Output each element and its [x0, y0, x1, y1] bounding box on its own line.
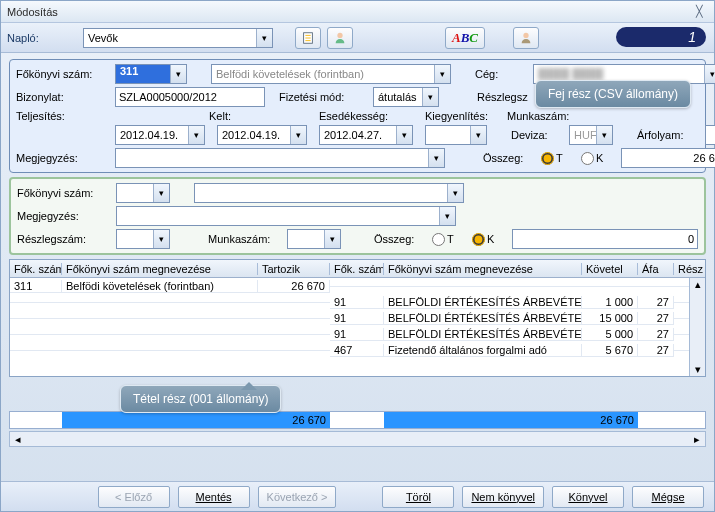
osszeg-input[interactable]: [621, 148, 715, 168]
col-tartozik[interactable]: Tartozik: [258, 263, 330, 275]
osszeg-label: Összeg:: [483, 152, 537, 164]
cancel-button[interactable]: Mégse: [632, 486, 704, 508]
chevron-down-icon[interactable]: ▾: [170, 65, 186, 83]
chevron-down-icon[interactable]: ▾: [596, 126, 612, 144]
item-reszleg-label: Részlegszám:: [17, 233, 112, 245]
col-kovetel[interactable]: Követel: [582, 263, 638, 275]
reszleg-label: Részlegsz: [477, 91, 533, 103]
table-row[interactable]: 91BELFÖLDI ÉRTÉKESÍTÉS ÁRBEVÉTELE5 00027: [10, 326, 705, 342]
chevron-down-icon[interactable]: ▾: [256, 29, 272, 47]
megjegyzes-combo[interactable]: ▾: [115, 148, 445, 168]
megjegyzes-label: Megjegyzés:: [16, 152, 111, 164]
item-radio-t[interactable]: T: [432, 233, 468, 246]
nobook-button[interactable]: Nem könyvel: [462, 486, 544, 508]
chevron-down-icon[interactable]: ▾: [434, 65, 450, 83]
chevron-down-icon[interactable]: ▾: [396, 126, 412, 144]
scroll-right-icon: ▸: [689, 433, 705, 446]
naplo-label: Napló:: [7, 32, 77, 44]
munkaszam-label: Munkaszám:: [507, 110, 577, 122]
naplo-combo[interactable]: Vevők ▾: [83, 28, 273, 48]
tool-doc-icon[interactable]: [295, 27, 321, 49]
table-row[interactable]: 91BELFÖLDI ÉRTÉKESÍTÉS ÁRBEVÉTELE15 0002…: [10, 310, 705, 326]
hscrollbar[interactable]: ◂ ▸: [9, 431, 706, 447]
tool-person-icon[interactable]: [327, 27, 353, 49]
table-row[interactable]: 91BELFÖLDI ÉRTÉKESÍTÉS ÁRBEVÉTELE1 00027: [10, 294, 705, 310]
callout-items: Tétel rész (001 állomány): [120, 385, 281, 413]
fokonyvi-combo[interactable]: 311▾: [115, 64, 187, 84]
bizonylat-input[interactable]: [115, 87, 265, 107]
svg-point-4: [337, 32, 342, 37]
deviza-combo[interactable]: HUF▾: [569, 125, 613, 145]
chevron-down-icon[interactable]: ▾: [324, 230, 340, 248]
esed-label: Esedékesség:: [319, 110, 413, 122]
scroll-left-icon: ◂: [10, 433, 26, 446]
item-megj-label: Megjegyzés:: [17, 210, 112, 222]
col-fokszam2[interactable]: Fők. szám: [330, 263, 384, 275]
table-row[interactable]: 311Belfödi követelések (forintban)26 670: [10, 278, 705, 294]
chevron-down-icon[interactable]: ▾: [153, 184, 169, 202]
fokonyvi-desc-combo[interactable]: Belfödi követelések (forintban)▾: [211, 64, 451, 84]
window: Módosítás ╳ Napló: Vevők ▾ ABC 1 Főkönyv…: [0, 0, 715, 512]
scroll-down-icon: ▾: [695, 363, 701, 376]
close-icon[interactable]: ╳: [690, 4, 708, 20]
totals-bar: 26 670 26 670: [9, 411, 706, 429]
table-row[interactable]: 467Fizetendő általános forgalmi adó5 670…: [10, 342, 705, 358]
col-resz[interactable]: Rész: [674, 263, 706, 275]
chevron-down-icon[interactable]: ▾: [447, 184, 463, 202]
col-fokszam[interactable]: Fők. szám: [10, 263, 62, 275]
table-header: Fők. szám Főkönyvi szám megnevezése Tart…: [10, 260, 705, 278]
chevron-down-icon[interactable]: ▾: [428, 149, 444, 167]
radio-t[interactable]: T: [541, 152, 577, 165]
item-reszleg-combo[interactable]: ▾: [116, 229, 170, 249]
vscrollbar[interactable]: ▴▾: [689, 278, 705, 376]
toolbar: Napló: Vevők ▾ ABC 1: [1, 23, 714, 53]
footer-buttons: < Előző Mentés Következő > Töröl Nem kön…: [1, 481, 714, 511]
kieg-date[interactable]: ▾: [425, 125, 487, 145]
teljesites-label: Teljesítés:: [16, 110, 111, 122]
chevron-down-icon[interactable]: ▾: [439, 207, 455, 225]
chevron-down-icon[interactable]: ▾: [153, 230, 169, 248]
arfolyam-input[interactable]: [705, 125, 715, 145]
total-kovetel: 26 670: [582, 412, 638, 428]
book-button[interactable]: Könyvel: [552, 486, 624, 508]
teljesites-date[interactable]: 2012.04.19.▾: [115, 125, 205, 145]
item-panel: Főkönyvi szám: ▾ ▾ Megjegyzés: ▾ Részleg…: [9, 177, 706, 255]
chevron-down-icon[interactable]: ▾: [188, 126, 204, 144]
total-tartozik: 26 670: [258, 412, 330, 428]
header-panel: Főkönyvi szám: 311▾ Belfödi követelések …: [9, 59, 706, 173]
save-button[interactable]: Mentés: [178, 486, 250, 508]
kieg-label: Kiegyenlítés:: [425, 110, 489, 122]
fizmod-combo[interactable]: átutalás▾: [373, 87, 439, 107]
tool-abc-icon[interactable]: ABC: [445, 27, 485, 49]
col-megnev2[interactable]: Főkönyvi szám megnevezése: [384, 263, 582, 275]
table-body: 311Belfödi követelések (forintban)26 670…: [10, 278, 705, 358]
item-osszeg-label: Összeg:: [374, 233, 428, 245]
next-button[interactable]: Következő >: [258, 486, 337, 508]
item-radio-k[interactable]: K: [472, 233, 508, 246]
chevron-down-icon[interactable]: ▾: [422, 88, 438, 106]
chevron-down-icon[interactable]: ▾: [470, 126, 486, 144]
scroll-up-icon: ▴: [695, 278, 701, 291]
chevron-down-icon[interactable]: ▾: [704, 65, 715, 83]
tool-user-icon[interactable]: [513, 27, 539, 49]
item-megj-combo[interactable]: ▾: [116, 206, 456, 226]
item-fokonyvi-label: Főkönyvi szám:: [17, 187, 112, 199]
item-osszeg-input[interactable]: [512, 229, 698, 249]
titlebar: Módosítás ╳: [1, 1, 714, 23]
col-afa[interactable]: Áfa: [638, 263, 674, 275]
item-fokonyvi-desc[interactable]: ▾: [194, 183, 464, 203]
delete-button[interactable]: Töröl: [382, 486, 454, 508]
chevron-down-icon[interactable]: ▾: [290, 126, 306, 144]
kelt-date[interactable]: 2012.04.19.▾: [217, 125, 307, 145]
esed-date[interactable]: 2012.04.27.▾: [319, 125, 413, 145]
window-title: Módosítás: [7, 6, 58, 18]
col-megnev[interactable]: Főkönyvi szám megnevezése: [62, 263, 258, 275]
items-table: Fők. szám Főkönyvi szám megnevezése Tart…: [9, 259, 706, 377]
bizonylat-label: Bizonylat:: [16, 91, 111, 103]
item-munkaszam-combo[interactable]: ▾: [287, 229, 341, 249]
prev-button[interactable]: < Előző: [98, 486, 170, 508]
callout-header: Fej rész (CSV állomány): [535, 80, 691, 108]
radio-k[interactable]: K: [581, 152, 617, 165]
svg-point-5: [523, 32, 528, 37]
item-fokonyvi-combo[interactable]: ▾: [116, 183, 170, 203]
